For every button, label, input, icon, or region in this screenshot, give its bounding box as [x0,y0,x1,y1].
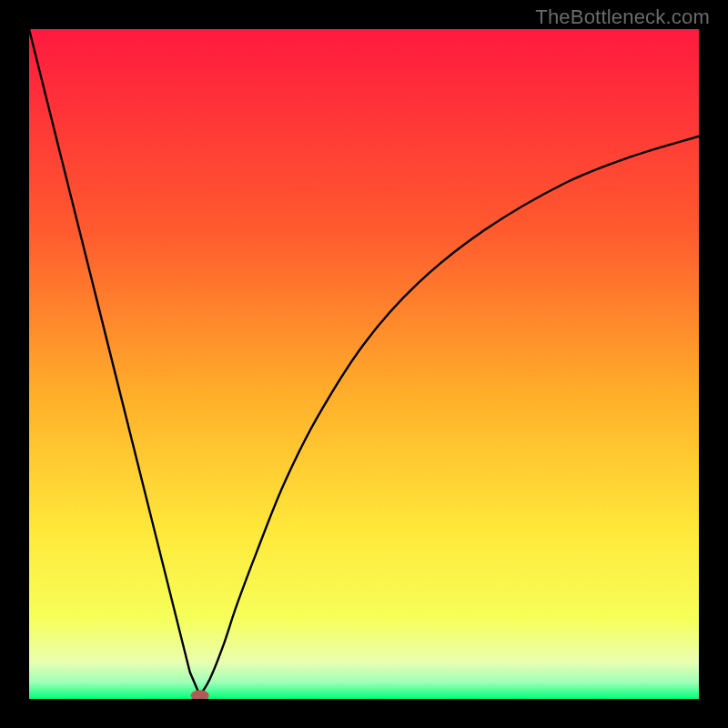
gradient-background [29,29,699,699]
chart-svg [29,29,699,699]
outer-frame: TheBottleneck.com [0,0,728,728]
watermark-text: TheBottleneck.com [535,5,710,29]
chart-area [29,29,699,699]
